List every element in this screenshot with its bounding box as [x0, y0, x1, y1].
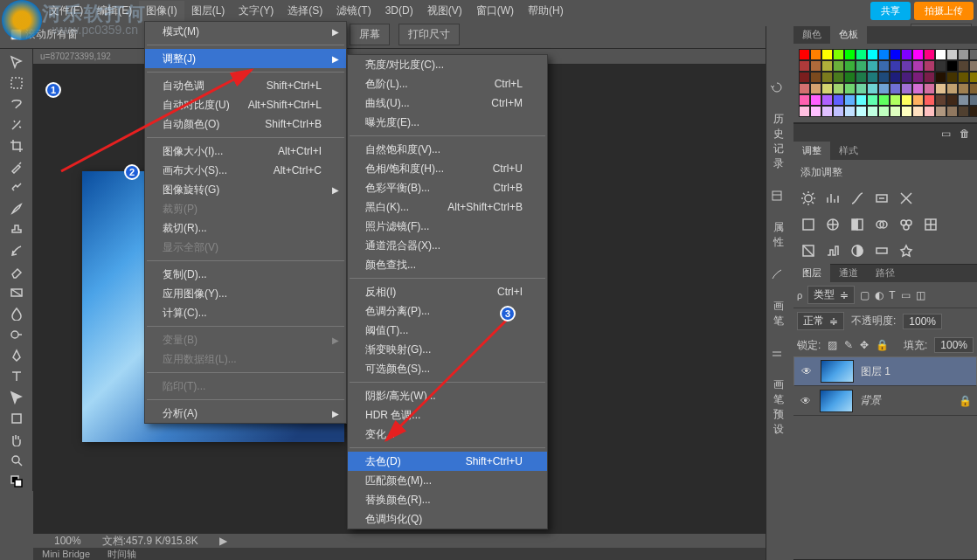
menu-view[interactable]: 视图(V)	[420, 1, 469, 21]
strip-properties[interactable]	[770, 189, 784, 203]
filter-smart-icon[interactable]: ◫	[916, 289, 925, 301]
gradient-tool[interactable]	[6, 283, 27, 302]
swatch[interactable]	[901, 106, 912, 117]
tab-adjustments[interactable]: 调整	[793, 142, 830, 160]
swatch[interactable]	[867, 106, 878, 117]
opacity-input[interactable]: 100%	[903, 314, 942, 329]
swatch[interactable]	[878, 106, 890, 117]
swatch[interactable]	[844, 49, 856, 60]
strip-brushpreset[interactable]	[770, 346, 784, 360]
swatch[interactable]	[912, 106, 924, 117]
mi-colorbalance[interactable]: 色彩平衡(B)...Ctrl+B	[348, 178, 547, 197]
mi-canvassize[interactable]: 画布大小(S)...Alt+Ctrl+C	[145, 161, 346, 180]
tab-color[interactable]: 颜色	[793, 25, 830, 44]
swatch[interactable]	[821, 49, 833, 60]
swatch[interactable]	[935, 106, 946, 117]
mi-brightness[interactable]: 亮度/对比度(C)...	[348, 55, 547, 74]
mi-hue[interactable]: 色相/饱和度(H)...Ctrl+U	[348, 159, 547, 178]
layer-thumbnail[interactable]	[820, 390, 853, 412]
swatch[interactable]	[833, 49, 844, 60]
layer-name[interactable]: 图层 1	[861, 364, 890, 379]
swatch[interactable]	[844, 106, 856, 117]
swatch[interactable]	[878, 72, 890, 83]
swatch[interactable]	[810, 106, 821, 117]
mi-analysis[interactable]: 分析(A)▶	[145, 404, 346, 423]
path-tool[interactable]	[6, 388, 27, 407]
swatch[interactable]	[799, 72, 810, 83]
filter-type-icon[interactable]: T	[889, 289, 895, 301]
swatch[interactable]	[810, 60, 821, 72]
mi-posterize[interactable]: 色调分离(P)...	[348, 301, 547, 321]
mi-replacecolor[interactable]: 替换颜色(R)...	[348, 490, 547, 509]
layer-thumbnail[interactable]	[821, 360, 854, 383]
tab-layers[interactable]: 图层	[793, 264, 830, 282]
swatch[interactable]	[946, 60, 958, 72]
swatch[interactable]	[935, 72, 946, 83]
crop-tool[interactable]	[6, 136, 27, 156]
swatch[interactable]	[833, 94, 844, 106]
swatch[interactable]	[844, 83, 856, 94]
swatch[interactable]	[856, 94, 867, 106]
mi-mixer[interactable]: 通道混合器(X)...	[348, 236, 547, 255]
mi-selcolor[interactable]: 可选颜色(S)...	[348, 359, 547, 378]
swatch[interactable]	[799, 83, 810, 94]
mi-autocolor[interactable]: 自动颜色(O)Shift+Ctrl+B	[145, 114, 346, 134]
swatch[interactable]	[912, 49, 924, 60]
share-button[interactable]: 共享	[870, 2, 911, 20]
adj-selcolor-icon[interactable]	[898, 243, 914, 259]
mi-rotate[interactable]: 图像旋转(G)▶	[145, 180, 346, 199]
swatch[interactable]	[912, 60, 924, 72]
adj-bw-icon[interactable]	[849, 217, 865, 232]
swatch[interactable]	[799, 106, 810, 117]
swatch[interactable]	[969, 106, 977, 117]
swatch[interactable]	[810, 49, 821, 60]
swatch-fgbg[interactable]	[6, 472, 27, 491]
stamp-tool[interactable]	[6, 220, 27, 239]
swatch[interactable]	[969, 49, 977, 60]
adj-vibrance-icon[interactable]	[898, 190, 914, 206]
swatch[interactable]	[890, 94, 901, 106]
blur-tool[interactable]	[6, 304, 27, 323]
swatch[interactable]	[821, 60, 833, 72]
blendmode-select[interactable]: 正常≑	[797, 312, 844, 330]
lasso-tool[interactable]	[6, 94, 27, 114]
mi-photofilter[interactable]: 照片滤镜(F)...	[348, 217, 547, 236]
visibility-icon[interactable]: 👁	[799, 395, 813, 407]
mi-trim[interactable]: 裁切(R)...	[145, 218, 346, 238]
printsize-button[interactable]: 打印尺寸	[398, 24, 460, 45]
eyedropper-tool[interactable]	[6, 157, 27, 176]
type-tool[interactable]	[6, 367, 27, 386]
adj-lookup-icon[interactable]	[923, 217, 939, 232]
swatch[interactable]	[856, 60, 867, 72]
swatch[interactable]	[890, 83, 901, 94]
adj-curves-icon[interactable]	[849, 190, 865, 206]
mi-levels[interactable]: 色阶(L)...Ctrl+L	[348, 74, 547, 93]
lock-pos-icon[interactable]: ✥	[860, 339, 869, 351]
lock-trans-icon[interactable]: ▨	[828, 339, 837, 351]
mi-autocontrast[interactable]: 自动对比度(U)Alt+Shift+Ctrl+L	[145, 95, 346, 114]
strip-history[interactable]	[770, 80, 784, 94]
swatches-grid[interactable]	[799, 49, 972, 117]
layer-row[interactable]: 👁 图层 1	[793, 356, 977, 386]
swatch[interactable]	[912, 83, 924, 94]
hand-tool[interactable]	[6, 430, 27, 449]
wand-tool[interactable]	[6, 115, 27, 135]
mi-duplicate[interactable]: 复制(D)...	[145, 265, 346, 284]
swatch[interactable]	[924, 106, 935, 117]
swatch[interactable]	[821, 83, 833, 94]
swatch[interactable]	[867, 72, 878, 83]
swatch[interactable]	[912, 72, 924, 83]
swatch[interactable]	[833, 106, 844, 117]
lock-pixel-icon[interactable]: ✎	[844, 339, 853, 351]
swatch[interactable]	[946, 72, 958, 83]
swatch[interactable]	[958, 49, 969, 60]
swatch[interactable]	[912, 94, 924, 106]
swatch[interactable]	[935, 60, 946, 72]
swatch[interactable]	[958, 60, 969, 72]
swatch[interactable]	[924, 49, 935, 60]
swatch[interactable]	[810, 72, 821, 83]
upload-button[interactable]: 拍摄上传	[914, 2, 974, 20]
swatch[interactable]	[901, 94, 912, 106]
pen-tool[interactable]	[6, 346, 27, 365]
swatch[interactable]	[856, 72, 867, 83]
